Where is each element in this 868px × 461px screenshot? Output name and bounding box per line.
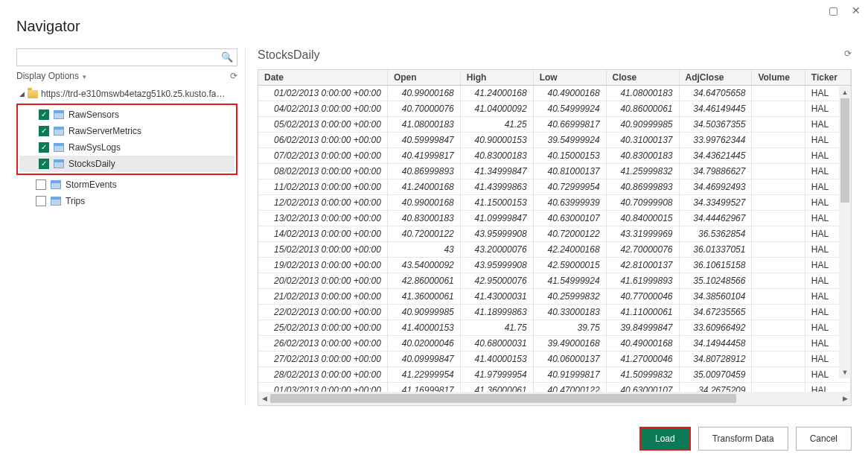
table-icon bbox=[54, 110, 64, 119]
table-cell: 41.54999924 bbox=[533, 273, 606, 289]
table-cell: 43.95999908 bbox=[460, 226, 533, 242]
table-cell: 34.67235565 bbox=[679, 305, 752, 320]
scroll-up-icon[interactable]: ▲ bbox=[839, 86, 851, 98]
tree-item-rawsensors[interactable]: ✓RawSensors bbox=[19, 106, 234, 123]
search-input[interactable] bbox=[16, 48, 237, 66]
collapse-icon[interactable]: ◢ bbox=[19, 90, 25, 98]
column-header[interactable]: AdjClose bbox=[679, 70, 752, 86]
tree-item-trips[interactable]: Trips bbox=[16, 193, 237, 209]
table-row[interactable]: 22/02/2013 0:00:00 +00:0040.9099998541.1… bbox=[258, 305, 851, 320]
vertical-scrollbar[interactable]: ▲ ▼ bbox=[839, 86, 851, 378]
table-cell: 12/02/2013 0:00:00 +00:00 bbox=[258, 195, 387, 211]
table-row[interactable]: 11/02/2013 0:00:00 +00:0041.2400016841.4… bbox=[258, 179, 851, 195]
table-cell: 34.64705658 bbox=[679, 86, 752, 101]
table-row[interactable]: 08/02/2013 0:00:00 +00:0040.8699989341.3… bbox=[258, 164, 851, 179]
cancel-button[interactable]: Cancel bbox=[796, 427, 852, 451]
table-row[interactable]: 19/02/2013 0:00:00 +00:0043.5400009243.9… bbox=[258, 258, 851, 273]
table-cell bbox=[752, 367, 805, 383]
table-cell bbox=[752, 211, 805, 226]
table-row[interactable]: 28/02/2013 0:00:00 +00:0041.2299995441.9… bbox=[258, 367, 851, 383]
table-row[interactable]: 27/02/2013 0:00:00 +00:0040.0999984741.4… bbox=[258, 352, 851, 367]
table-cell: 39.49000168 bbox=[533, 336, 606, 352]
table-cell: 40.31000137 bbox=[606, 133, 679, 148]
checkbox[interactable] bbox=[36, 196, 46, 206]
table-cell: 41.08000183 bbox=[606, 86, 679, 101]
navigator-tree: ◢ https://trd-e310mswb4etazg51k0.z5.kust… bbox=[16, 86, 237, 406]
column-header[interactable]: Close bbox=[606, 70, 679, 86]
table-row[interactable]: 21/02/2013 0:00:00 +00:0041.3600006141.4… bbox=[258, 289, 851, 305]
table-row[interactable]: 25/02/2013 0:00:00 +00:0041.4000015341.7… bbox=[258, 320, 851, 336]
table-row[interactable]: 04/02/2013 0:00:00 +00:0040.7000007641.0… bbox=[258, 101, 851, 117]
table-cell: 40.25999832 bbox=[533, 289, 606, 305]
column-header[interactable]: Ticker bbox=[805, 70, 850, 86]
column-header[interactable]: Volume bbox=[752, 70, 805, 86]
table-cell: 27/02/2013 0:00:00 +00:00 bbox=[258, 352, 387, 367]
table-cell bbox=[752, 320, 805, 336]
table-row[interactable]: 12/02/2013 0:00:00 +00:0040.9900016841.1… bbox=[258, 195, 851, 211]
table-cell: 41.27000046 bbox=[606, 352, 679, 367]
checkbox[interactable] bbox=[36, 179, 46, 190]
column-header[interactable]: Date bbox=[258, 70, 387, 86]
checkbox[interactable]: ✓ bbox=[39, 142, 49, 153]
close-icon[interactable]: ✕ bbox=[852, 4, 861, 16]
table-cell: 40.72000122 bbox=[533, 226, 606, 242]
table-cell: 40.06000137 bbox=[533, 352, 606, 367]
table-cell bbox=[752, 86, 805, 101]
table-cell: 40.70999908 bbox=[606, 195, 679, 211]
tree-item-stocksdaily[interactable]: ✓StocksDaily bbox=[19, 156, 234, 172]
table-cell bbox=[752, 383, 805, 392]
transform-data-button[interactable]: Transform Data bbox=[698, 427, 788, 451]
table-row[interactable]: 13/02/2013 0:00:00 +00:0040.8300018341.0… bbox=[258, 211, 851, 226]
checkbox[interactable]: ✓ bbox=[39, 159, 49, 169]
tree-root-connection[interactable]: ◢ https://trd-e310mswb4etazg51k0.z5.kust… bbox=[16, 86, 237, 102]
checkbox[interactable]: ✓ bbox=[39, 126, 49, 136]
tree-item-rawservermetrics[interactable]: ✓RawServerMetrics bbox=[19, 123, 234, 139]
table-cell: 40.90999985 bbox=[606, 117, 679, 133]
table-row[interactable]: 01/03/2013 0:00:00 +00:0041.1699981741.3… bbox=[258, 383, 851, 392]
table-cell: 01/03/2013 0:00:00 +00:00 bbox=[258, 383, 387, 392]
table-cell: 40.83000183 bbox=[387, 211, 460, 226]
maximize-icon[interactable]: ▢ bbox=[829, 4, 838, 16]
table-icon bbox=[51, 197, 61, 206]
refresh-icon[interactable]: ⟳ bbox=[230, 71, 237, 81]
table-cell: 40.90000153 bbox=[460, 133, 533, 148]
display-options-dropdown[interactable]: Display Options ▾ bbox=[16, 71, 86, 81]
table-cell: 41.24000168 bbox=[460, 86, 533, 101]
search-icon[interactable]: 🔍 bbox=[221, 51, 233, 63]
table-cell: 39.84999847 bbox=[606, 320, 679, 336]
scroll-right-icon[interactable]: ▶ bbox=[839, 392, 851, 405]
table-icon bbox=[54, 127, 64, 136]
tree-item-stormevents[interactable]: StormEvents bbox=[16, 177, 237, 193]
table-cell bbox=[752, 164, 805, 179]
table-row[interactable]: 15/02/2013 0:00:00 +00:004343.2000007642… bbox=[258, 242, 851, 258]
load-button[interactable]: Load bbox=[641, 428, 689, 449]
caret-down-icon: ▾ bbox=[83, 73, 86, 80]
table-cell: 41.43999863 bbox=[460, 179, 533, 195]
table-row[interactable]: 26/02/2013 0:00:00 +00:0040.0200004640.6… bbox=[258, 336, 851, 352]
column-header[interactable]: High bbox=[460, 70, 533, 86]
table-row[interactable]: 14/02/2013 0:00:00 +00:0040.7200012243.9… bbox=[258, 226, 851, 242]
scroll-left-icon[interactable]: ◀ bbox=[258, 392, 270, 405]
table-cell: 01/02/2013 0:00:00 +00:00 bbox=[258, 86, 387, 101]
table-cell bbox=[752, 352, 805, 367]
navigator-sidebar: 🔍 Display Options ▾ ⟳ ◢ https://trd-e310… bbox=[16, 48, 246, 406]
column-header[interactable]: Low bbox=[533, 70, 606, 86]
scroll-down-icon[interactable]: ▼ bbox=[839, 366, 851, 378]
table-row[interactable]: 01/02/2013 0:00:00 +00:0040.9900016841.2… bbox=[258, 86, 851, 101]
table-cell: 40.83000183 bbox=[606, 148, 679, 164]
tree-item-label: Trips bbox=[66, 196, 85, 206]
table-row[interactable]: 05/02/2013 0:00:00 +00:0041.0800018341.2… bbox=[258, 117, 851, 133]
table-cell: 41.50999832 bbox=[606, 367, 679, 383]
table-cell: 15/02/2013 0:00:00 +00:00 bbox=[258, 242, 387, 258]
table-row[interactable]: 07/02/2013 0:00:00 +00:0040.4199981740.8… bbox=[258, 148, 851, 164]
table-cell: 40.63000107 bbox=[606, 383, 679, 392]
table-row[interactable]: 20/02/2013 0:00:00 +00:0042.8600006142.9… bbox=[258, 273, 851, 289]
table-row[interactable]: 06/02/2013 0:00:00 +00:0040.5999984740.9… bbox=[258, 133, 851, 148]
column-header[interactable]: Open bbox=[387, 70, 460, 86]
horizontal-scrollbar[interactable]: ◀ ▶ bbox=[258, 392, 851, 405]
table-cell: 34.2675209 bbox=[679, 383, 752, 392]
checkbox[interactable]: ✓ bbox=[39, 109, 49, 120]
table-cell: 22/02/2013 0:00:00 +00:00 bbox=[258, 305, 387, 320]
preview-refresh-icon[interactable]: ⟳ bbox=[844, 48, 852, 59]
tree-item-rawsyslogs[interactable]: ✓RawSysLogs bbox=[19, 139, 234, 156]
